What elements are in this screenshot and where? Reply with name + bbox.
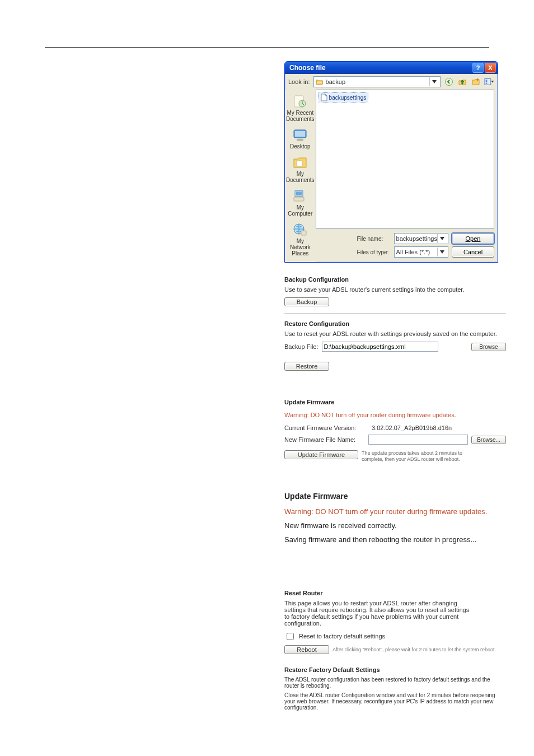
restore-title: Restore Configuration [284,320,506,327]
places-label: My Computer [286,204,315,217]
places-mycomputer[interactable]: My Computer [285,186,316,220]
filetype-value: All Files (*.*) [396,249,430,255]
document-icon [321,94,327,101]
places-bar: My Recent Documents Desktop My Documents [285,90,316,262]
current-fw-label: Current Firmware Version: [284,424,368,431]
help-icon: ? [476,64,480,71]
filename-input[interactable]: backupsettings [394,233,448,244]
lookin-value: backup [326,78,345,85]
svg-rect-11 [297,161,302,166]
svg-rect-14 [294,197,304,201]
reset-desc: This page allows you to restart your ADS… [284,600,475,627]
filename-label: File name: [357,236,391,242]
dialog-toolbar: Look in: backup [285,74,498,90]
svg-rect-4 [486,83,488,84]
update-title: Update Firmware [284,399,506,405]
page-divider [45,47,489,48]
reboot-button[interactable]: Reboot [284,645,329,654]
file-item-label: backupsettings [329,95,367,101]
factory-line1: The ADSL router configuration has been r… [284,676,506,689]
lookin-combo[interactable]: backup [313,76,441,87]
svg-point-0 [446,78,453,86]
browse-button[interactable]: Browse [471,343,506,351]
update-firmware-form: Update Firmware Warning: DO NOT turn off… [284,399,506,463]
update-status-warning: Warning: DO NOT turn off your router dur… [284,507,523,516]
filetype-label: Files of type: [357,249,391,255]
svg-rect-16 [301,231,306,235]
factory-default-status: Restore Factory Default Settings The ADS… [284,666,506,711]
places-network[interactable]: My Network Places [285,220,316,260]
file-item[interactable]: backupsettings [318,92,369,102]
factory-title: Restore Factory Default Settings [284,666,506,673]
update-warning: Warning: DO NOT turn off your router dur… [284,412,506,418]
reset-checkbox-label: Reset to factory default settings [299,633,385,640]
lookin-label: Look in: [288,78,310,85]
reset-router-panel: Reset Router This page allows you to res… [284,590,506,654]
reset-title: Reset Router [284,590,506,596]
places-recent[interactable]: My Recent Documents [285,92,316,125]
views-icon[interactable] [484,77,494,87]
filetype-combo[interactable]: All Files (*.*) [394,246,448,258]
network-places-icon [292,222,308,237]
chevron-down-icon [429,77,438,86]
dialog-titlebar[interactable]: Choose file ? X [285,62,498,74]
restore-desc: Use to reset your ADSL router with setti… [284,330,506,337]
backup-desc: Use to save your ADSL router's current s… [284,286,506,293]
update-status-line1: New firmware is received correctly. [284,521,523,530]
update-hint: The update process takes about 2 minutes… [362,450,479,463]
my-documents-icon [292,155,308,170]
places-label: Desktop [290,143,311,150]
svg-rect-1 [485,79,491,85]
new-fw-label: New Firmware File Name: [284,436,365,443]
places-mydocs[interactable]: My Documents [285,153,316,186]
update-status-title: Update Firmware [284,492,523,501]
divider [284,313,506,314]
open-button[interactable]: Open [452,233,494,244]
back-icon[interactable] [444,77,454,87]
factory-line2: Close the ADSL router Configuration wind… [284,692,506,711]
restore-file-row: Backup File: Browse [284,342,506,352]
reset-factory-checkbox[interactable] [287,633,294,640]
svg-rect-3 [486,81,488,82]
restore-button[interactable]: Restore [284,362,329,371]
desktop-icon [292,128,308,142]
close-icon: X [488,64,492,71]
restore-file-label: Backup File: [284,343,318,350]
file-area[interactable]: backupsettings [316,90,494,228]
choose-file-dialog: Choose file ? X Look in: backup [284,61,498,263]
svg-rect-9 [298,138,302,139]
filename-value: backupsettings [396,235,437,242]
update-status-line2: Saving firmware and then rebooting the r… [284,535,523,544]
restore-file-input[interactable] [322,342,438,352]
svg-rect-10 [297,139,303,141]
svg-rect-8 [295,131,305,137]
backup-restore-panel: Backup Configuration Use to save your AD… [284,276,506,371]
update-firmware-button[interactable]: Update Firmware [284,450,358,459]
browse-button[interactable]: Browse... [471,436,506,444]
update-firmware-status: Update Firmware Warning: DO NOT turn off… [284,492,523,544]
help-button[interactable]: ? [472,63,484,73]
places-label: My Network Places [286,238,315,256]
places-desktop[interactable]: Desktop [285,125,316,153]
chevron-down-icon [437,248,446,256]
new-folder-icon[interactable] [471,77,481,87]
recent-docs-icon [292,94,308,109]
backup-button[interactable]: Backup [284,297,329,306]
places-label: My Documents [286,171,315,183]
svg-rect-13 [296,192,302,195]
new-fw-input[interactable] [368,435,468,445]
close-button[interactable]: X [485,63,496,73]
cancel-button[interactable]: Cancel [452,246,494,258]
folder-open-icon [316,79,324,85]
chevron-down-icon [437,234,446,243]
up-one-level-icon[interactable] [457,77,467,87]
backup-title: Backup Configuration [284,276,506,283]
current-fw-value: 3.02.02.07_A2pB019b8.d16n [372,424,452,431]
svg-rect-2 [486,80,488,81]
places-label: My Recent Documents [286,110,315,122]
reboot-hint: After clicking "Reboot", please wait for… [332,647,496,652]
dialog-title: Choose file [289,64,471,72]
my-computer-icon [292,189,308,203]
